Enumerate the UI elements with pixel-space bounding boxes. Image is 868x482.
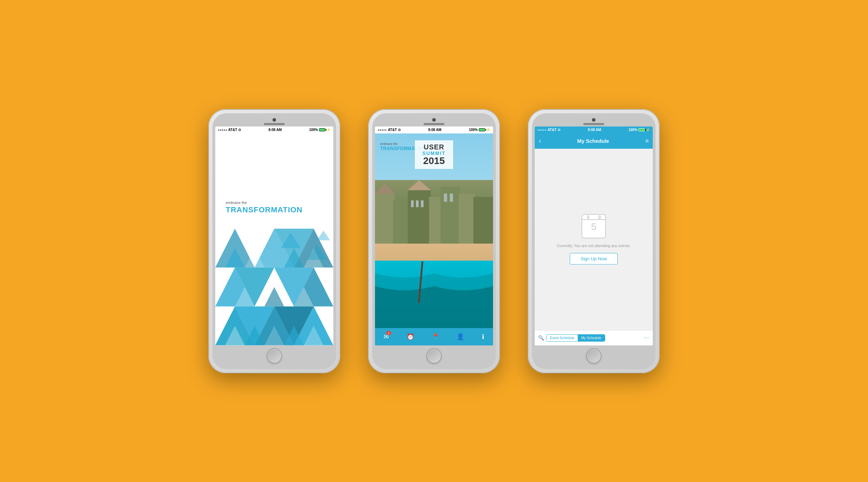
mail-badge: 1 bbox=[386, 331, 391, 335]
back-button[interactable]: ‹ bbox=[539, 137, 541, 145]
status-bar-2: ●●●●● AT&T ⊙ 8:08 AM 100% ⚡ bbox=[375, 126, 493, 133]
phone-2-top bbox=[375, 116, 493, 126]
svg-rect-42 bbox=[444, 194, 447, 202]
status-right-2: 100% ⚡ bbox=[469, 128, 490, 132]
status-bar-1: ●●●●● AT&T ⊙ 8:08 AM 100% ⚡ bbox=[215, 126, 333, 133]
more-options-button[interactable]: ··· bbox=[644, 335, 649, 341]
phone-1-top bbox=[215, 116, 333, 126]
schedule-screen: ‹ My Schedule ≡ 5 Currently, You are not bbox=[535, 133, 653, 345]
svg-rect-41 bbox=[421, 200, 424, 207]
svg-marker-29 bbox=[317, 231, 330, 240]
summit-user-label: USER bbox=[418, 144, 450, 150]
home-button-1[interactable] bbox=[267, 348, 282, 363]
phone-3-top bbox=[535, 116, 653, 126]
camera-lens-2 bbox=[432, 118, 436, 122]
transformation-label: TRANSFORMATION bbox=[226, 205, 302, 214]
search-icon[interactable]: 🔍 bbox=[538, 335, 544, 341]
my-schedule-tab[interactable]: My Schedule bbox=[578, 335, 605, 341]
phone-1: ●●●●● AT&T ⊙ 8:08 AM 100% ⚡ embrace the bbox=[208, 109, 340, 373]
clock-time-2: 8:08 AM bbox=[428, 128, 441, 132]
event-schedule-tab[interactable]: Event Schedule bbox=[546, 335, 578, 341]
clock-time-3: 8:08 AM bbox=[588, 128, 601, 132]
signal-strength-2: ●●●●● bbox=[378, 129, 387, 131]
phone-2-screen: ●●●●● AT&T ⊙ 8:08 AM 100% ⚡ bbox=[375, 126, 493, 345]
calendar-ring-left bbox=[587, 215, 589, 219]
carrier-name: AT&T bbox=[228, 128, 237, 132]
calendar-empty-icon: 5 bbox=[582, 214, 606, 238]
svg-marker-37 bbox=[375, 183, 395, 193]
summit-card: USER SUMMIT 2015 bbox=[415, 140, 453, 169]
splash-screen: embrace the TRANSFORMATION bbox=[215, 133, 333, 345]
battery-percent-3: 100% bbox=[628, 128, 637, 132]
speaker-grill bbox=[264, 123, 285, 125]
svg-rect-43 bbox=[450, 194, 453, 202]
summit-screen: embrace the TRANSFORMATION USER SUMMIT 2… bbox=[375, 133, 493, 345]
clock-nav-icon[interactable]: ⏰ bbox=[407, 333, 414, 341]
lightning-icon-2: ⚡ bbox=[486, 128, 490, 132]
map-nav-icon[interactable]: 📍 bbox=[432, 333, 439, 341]
camera-lens-3 bbox=[592, 118, 595, 122]
schedule-body: 5 Currently, You are not attending any e… bbox=[535, 149, 653, 330]
signal-strength: ●●●●● bbox=[218, 129, 227, 131]
carrier-name-3: AT&T bbox=[548, 128, 557, 132]
info-nav-icon[interactable]: ℹ bbox=[482, 333, 484, 341]
buildings-layer bbox=[375, 180, 493, 248]
lightning-icon-3: ⚡ bbox=[646, 128, 650, 132]
embrace-label: embrace the bbox=[226, 201, 302, 205]
battery-fill-2 bbox=[479, 129, 485, 131]
status-right-1: 100% ⚡ bbox=[309, 128, 331, 132]
bottom-navigation: ✉ 1 ⏰ 📍 👤 ℹ bbox=[375, 328, 493, 345]
splash-text: embrace the TRANSFORMATION bbox=[226, 201, 302, 214]
status-left-2: ●●●●● AT&T ⊙ bbox=[378, 128, 401, 132]
phone-3: ●●●●● AT&T ⊙ 8:08 AM 100% ⚡ ‹ bbox=[528, 109, 660, 373]
signal-strength-3: ●●●●● bbox=[537, 129, 546, 131]
svg-rect-32 bbox=[408, 190, 431, 248]
schedule-header: ‹ My Schedule ≡ bbox=[535, 133, 653, 149]
wifi-icon: ⊙ bbox=[238, 128, 241, 132]
svg-marker-38 bbox=[408, 180, 431, 190]
svg-rect-31 bbox=[393, 200, 409, 248]
battery-fill bbox=[319, 129, 325, 131]
battery-icon bbox=[319, 128, 325, 131]
menu-button[interactable]: ≡ bbox=[645, 138, 649, 144]
status-bar-3: ●●●●● AT&T ⊙ 8:08 AM 100% ⚡ bbox=[535, 126, 653, 133]
svg-rect-39 bbox=[411, 200, 414, 207]
schedule-title: My Schedule bbox=[577, 138, 609, 144]
svg-rect-40 bbox=[416, 200, 419, 207]
phone-1-screen: ●●●●● AT&T ⊙ 8:08 AM 100% ⚡ embrace the bbox=[215, 126, 333, 345]
phone-2: ●●●●● AT&T ⊙ 8:08 AM 100% ⚡ bbox=[368, 109, 500, 373]
svg-rect-35 bbox=[459, 194, 475, 248]
phone-3-bottom bbox=[535, 345, 653, 366]
summit-year-label: 2015 bbox=[418, 156, 450, 166]
phone-1-bottom bbox=[215, 345, 333, 366]
phone-2-bottom bbox=[375, 345, 493, 366]
svg-rect-30 bbox=[375, 194, 395, 248]
status-left-1: ●●●●● AT&T ⊙ bbox=[218, 128, 241, 132]
svg-rect-33 bbox=[429, 197, 442, 247]
sign-up-button[interactable]: Sign Up Now bbox=[570, 253, 618, 264]
camera-lens bbox=[273, 118, 276, 122]
schedule-bottom-bar: 🔍 Event Schedule My Schedule ··· bbox=[535, 330, 653, 345]
person-nav-icon[interactable]: 👤 bbox=[457, 333, 464, 341]
lightning-icon: ⚡ bbox=[326, 128, 331, 132]
status-right-3: 100% ⚡ bbox=[628, 128, 650, 132]
battery-fill-3 bbox=[639, 129, 644, 131]
svg-rect-36 bbox=[473, 197, 493, 247]
phone-3-screen: ●●●●● AT&T ⊙ 8:08 AM 100% ⚡ ‹ bbox=[535, 126, 653, 345]
home-button-2[interactable] bbox=[426, 348, 442, 363]
battery-icon-2 bbox=[479, 128, 485, 131]
battery-icon-3 bbox=[639, 128, 645, 131]
triangle-mosaic bbox=[215, 229, 333, 345]
status-left-3: ●●●●● AT&T ⊙ bbox=[537, 128, 560, 132]
carrier-name-2: AT&T bbox=[388, 128, 397, 132]
battery-percent: 100% bbox=[309, 128, 318, 132]
battery-percent-2: 100% bbox=[469, 128, 478, 132]
calendar-day-number: 5 bbox=[591, 221, 596, 232]
mail-nav-icon[interactable]: ✉ 1 bbox=[384, 333, 389, 341]
no-events-message: Currently, You are not attending any eve… bbox=[557, 244, 631, 248]
wifi-icon-2: ⊙ bbox=[398, 128, 401, 132]
calendar-ring-right bbox=[599, 215, 601, 219]
home-button-3[interactable] bbox=[586, 348, 601, 363]
schedule-tab-group: Event Schedule My Schedule bbox=[546, 334, 605, 342]
wifi-icon-3: ⊙ bbox=[558, 128, 560, 132]
